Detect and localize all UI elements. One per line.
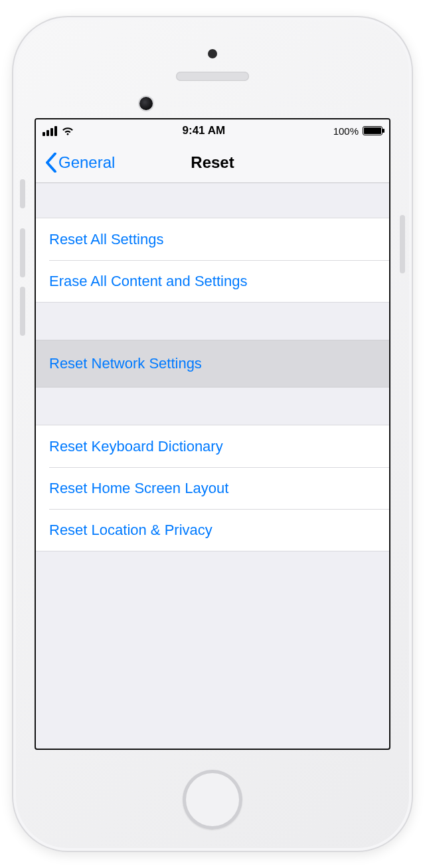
power-button	[400, 215, 405, 273]
front-camera	[139, 97, 153, 110]
phone-body: 9:41 AM 100% General Reset Reset All Set…	[12, 16, 413, 852]
section-spacer	[36, 388, 389, 425]
reset-all-settings-row[interactable]: Reset All Settings	[36, 218, 389, 260]
row-label: Reset Network Settings	[49, 355, 202, 372]
volume-down-button	[20, 287, 25, 336]
reset-location-privacy-row[interactable]: Reset Location & Privacy	[36, 509, 389, 551]
battery-icon	[363, 126, 382, 135]
status-time: 9:41 AM	[183, 124, 226, 137]
sensor-dot	[208, 49, 217, 58]
status-bar: 9:41 AM 100%	[36, 119, 389, 142]
back-button[interactable]: General	[41, 142, 119, 182]
section-spacer	[36, 183, 389, 218]
row-label: Reset Home Screen Layout	[49, 480, 228, 497]
erase-all-content-row[interactable]: Erase All Content and Settings	[36, 260, 389, 302]
screen: 9:41 AM 100% General Reset Reset All Set…	[35, 118, 390, 750]
reset-network-settings-row[interactable]: Reset Network Settings	[36, 340, 389, 387]
reset-home-screen-layout-row[interactable]: Reset Home Screen Layout	[36, 467, 389, 509]
reset-keyboard-dictionary-row[interactable]: Reset Keyboard Dictionary	[36, 425, 389, 467]
cellular-signal-icon	[42, 126, 57, 136]
volume-up-button	[20, 228, 25, 277]
mute-switch	[20, 179, 25, 208]
row-label: Reset Keyboard Dictionary	[49, 438, 223, 455]
earpiece-speaker	[176, 72, 249, 81]
group-network: Reset Network Settings	[36, 340, 389, 388]
navigation-bar: General Reset	[36, 142, 389, 183]
back-label: General	[58, 153, 115, 172]
chevron-left-icon	[45, 153, 57, 173]
settings-list: Reset All Settings Erase All Content and…	[36, 183, 389, 551]
home-button[interactable]	[183, 770, 242, 830]
row-label: Reset Location & Privacy	[49, 522, 212, 539]
page-title: Reset	[191, 153, 234, 172]
section-spacer	[36, 303, 389, 340]
wifi-icon	[61, 126, 74, 135]
row-label: Reset All Settings	[49, 231, 163, 248]
battery-percent: 100%	[333, 125, 359, 137]
group-general-reset: Reset All Settings Erase All Content and…	[36, 218, 389, 303]
row-label: Erase All Content and Settings	[49, 273, 247, 290]
group-other-resets: Reset Keyboard Dictionary Reset Home Scr…	[36, 425, 389, 551]
